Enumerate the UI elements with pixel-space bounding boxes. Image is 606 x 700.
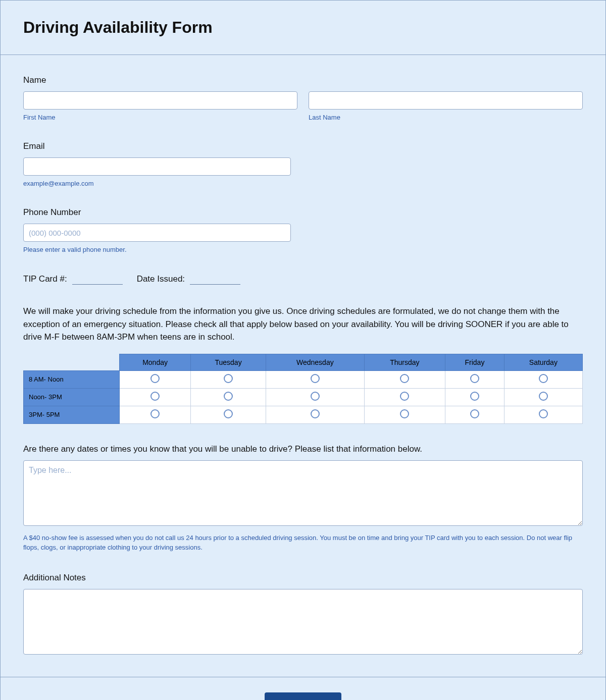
name-row: First Name Last Name — [23, 91, 583, 121]
avail-radio[interactable] — [311, 374, 320, 383]
last-name-input[interactable] — [309, 91, 583, 110]
email-hint: example@example.com — [23, 180, 583, 187]
last-name-sublabel: Last Name — [309, 114, 583, 121]
tip-date-label: Date Issued: — [137, 274, 185, 284]
col-monday: Monday — [120, 354, 191, 370]
unable-fineprint: A $40 no-show fee is assessed when you d… — [23, 533, 583, 553]
form-body: Name First Name Last Name Email example@… — [1, 55, 605, 677]
table-row: Noon- 3PM — [24, 388, 583, 406]
avail-radio[interactable] — [470, 409, 479, 418]
avail-radio[interactable] — [150, 374, 160, 383]
name-label: Name — [23, 75, 583, 85]
tip-row: TIP Card #: Date Issued: — [23, 274, 583, 285]
tip-card-label: TIP Card #: — [23, 274, 67, 284]
instructions-text: We will make your driving schedule from … — [23, 305, 583, 344]
table-corner — [24, 354, 120, 370]
avail-radio[interactable] — [539, 409, 548, 418]
unable-label: Are there any dates or times you know th… — [23, 444, 583, 454]
notes-field-group: Additional Notes — [23, 573, 583, 657]
avail-radio[interactable] — [400, 409, 409, 418]
unable-field-group: Are there any dates or times you know th… — [23, 444, 583, 553]
table-row: 8 AM- Noon — [24, 370, 583, 388]
row-8am-noon: 8 AM- Noon — [24, 370, 120, 388]
col-wednesday: Wednesday — [266, 354, 364, 370]
phone-hint: Please enter a valid phone number. — [23, 246, 583, 253]
avail-radio[interactable] — [150, 409, 160, 418]
availability-table: Monday Tuesday Wednesday Thursday Friday… — [23, 354, 583, 424]
form-page: Driving Availability Form Name First Nam… — [0, 0, 606, 700]
col-friday: Friday — [445, 354, 504, 370]
avail-radio[interactable] — [470, 374, 479, 383]
avail-radio[interactable] — [224, 374, 233, 383]
tip-date-input[interactable] — [190, 274, 240, 285]
last-name-col: Last Name — [309, 91, 583, 121]
avail-radio[interactable] — [400, 374, 409, 383]
avail-radio[interactable] — [470, 392, 479, 401]
name-field-group: Name First Name Last Name — [23, 75, 583, 121]
col-thursday: Thursday — [364, 354, 445, 370]
row-noon-3pm: Noon- 3PM — [24, 388, 120, 406]
unable-textarea[interactable] — [23, 460, 583, 526]
phone-field-group: Phone Number Please enter a valid phone … — [23, 207, 583, 253]
avail-radio[interactable] — [311, 409, 320, 418]
table-row: 3PM- 5PM — [24, 406, 583, 423]
avail-radio[interactable] — [539, 374, 548, 383]
avail-radio[interactable] — [224, 392, 233, 401]
email-field-group: Email example@example.com — [23, 141, 583, 187]
first-name-sublabel: First Name — [23, 114, 297, 121]
form-header: Driving Availability Form — [1, 1, 605, 55]
col-tuesday: Tuesday — [191, 354, 266, 370]
page-title: Driving Availability Form — [23, 18, 583, 37]
notes-label: Additional Notes — [23, 573, 583, 583]
first-name-col: First Name — [23, 91, 297, 121]
avail-radio[interactable] — [400, 392, 409, 401]
row-3pm-5pm: 3PM- 5PM — [24, 406, 120, 423]
email-label: Email — [23, 141, 583, 151]
col-saturday: Saturday — [504, 354, 582, 370]
avail-radio[interactable] — [311, 392, 320, 401]
phone-label: Phone Number — [23, 207, 583, 218]
email-input[interactable] — [23, 157, 291, 176]
avail-radio[interactable] — [224, 409, 233, 418]
first-name-input[interactable] — [23, 91, 297, 110]
avail-radio[interactable] — [150, 392, 160, 401]
submit-button[interactable]: Submit — [265, 692, 341, 701]
avail-radio[interactable] — [539, 392, 548, 401]
phone-input[interactable] — [23, 224, 291, 242]
notes-textarea[interactable] — [23, 589, 583, 655]
form-footer: Submit — [1, 677, 605, 701]
tip-card-input[interactable] — [72, 274, 123, 285]
